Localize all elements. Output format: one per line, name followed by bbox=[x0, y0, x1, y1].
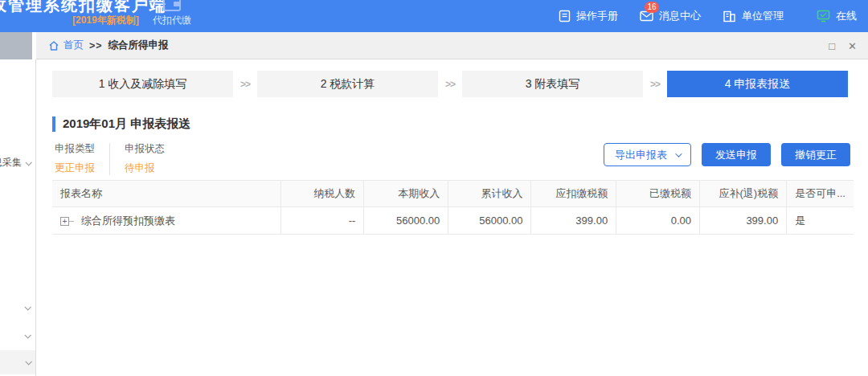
step-wizard: 1 收入及减除填写 >> 2 税款计算 >> 3 附表填写 >> 4 申报表报送 bbox=[52, 71, 848, 97]
sidebar-collapse-block[interactable] bbox=[0, 32, 32, 59]
col-withholding-tax: 应扣缴税额 bbox=[531, 181, 616, 207]
field-declaration-status: 申报状态 待申报 bbox=[125, 142, 165, 175]
col-refund-tax: 应补(退)税额 bbox=[700, 181, 787, 207]
sidebar-item-collect[interactable]: 息采集 bbox=[0, 156, 36, 170]
cell-total-income: 56000.00 bbox=[448, 207, 531, 235]
col-total-income: 累计收入 bbox=[448, 181, 531, 207]
action-buttons: 导出申报表 发送申报 撤销更正 bbox=[604, 143, 850, 166]
module-label: 代扣代缴 bbox=[147, 14, 197, 27]
chevron-down-icon[interactable] bbox=[24, 332, 31, 338]
sidebar-item-collect-label: 息采集 bbox=[0, 156, 22, 170]
message-badge: 16 bbox=[645, 2, 659, 13]
chevron-down-icon bbox=[25, 159, 31, 166]
table-header-row: 报表名称 纳税人数 本期收入 累计收入 应扣缴税额 已缴税额 应补(退)税额 是… bbox=[52, 181, 854, 207]
expand-icon[interactable] bbox=[60, 217, 74, 226]
declaration-fields: 申报类型 更正申报 申报状态 待申报 bbox=[55, 142, 165, 175]
close-button[interactable]: ✕ bbox=[848, 41, 857, 51]
online-monitor-icon bbox=[817, 10, 830, 22]
col-report-name: 报表名称 bbox=[52, 181, 281, 207]
report-table: 报表名称 纳税人数 本期收入 累计收入 应扣缴税额 已缴税额 应补(退)税额 是… bbox=[52, 180, 854, 235]
step-separator: >> bbox=[233, 79, 257, 90]
building-icon bbox=[723, 10, 736, 22]
breadcrumb-home[interactable]: 首页 bbox=[48, 39, 84, 52]
step-separator: >> bbox=[643, 79, 667, 90]
cell-current-income: 56000.00 bbox=[364, 207, 448, 235]
step-2-tax-calc[interactable]: 2 税款计算 bbox=[257, 71, 438, 97]
sidebar-item-active-group[interactable] bbox=[0, 350, 36, 374]
online-status[interactable]: 在线 bbox=[817, 9, 857, 23]
export-report-button[interactable]: 导出申报表 bbox=[604, 143, 691, 166]
message-center-link[interactable]: 16 消息中心 bbox=[640, 9, 701, 23]
step-separator: >> bbox=[438, 79, 462, 90]
window-controls: □ ✕ bbox=[829, 32, 857, 59]
report-name-text: 综合所得预扣预缴表 bbox=[81, 215, 175, 227]
col-paid-tax: 已缴税额 bbox=[616, 181, 700, 207]
org-management-label: 单位管理 bbox=[742, 9, 784, 23]
send-declaration-button[interactable]: 发送申报 bbox=[702, 143, 771, 166]
table-row[interactable]: 综合所得预扣预缴表 -- 56000.00 56000.00 399.00 0.… bbox=[52, 207, 854, 235]
cell-refund-tax: 399.00 bbox=[700, 207, 787, 235]
breadcrumb-home-label: 首页 bbox=[63, 39, 84, 52]
field-declaration-type-value: 更正申报 bbox=[55, 161, 95, 175]
manual-link[interactable]: 操作手册 bbox=[559, 9, 618, 23]
module-withholding[interactable]: 代扣代缴 bbox=[147, 0, 197, 32]
org-management-link[interactable]: 单位管理 bbox=[723, 9, 784, 23]
manual-icon bbox=[559, 10, 571, 22]
app-header: 收管理系统扣缴客户端 [2019年新税制] 代扣代缴 操作手册 16 消息中心 bbox=[0, 0, 868, 32]
sidebar: 息采集 询 询 bbox=[0, 59, 36, 376]
cell-paid-tax: 0.00 bbox=[616, 207, 700, 235]
chevron-down-icon[interactable] bbox=[24, 304, 31, 310]
field-declaration-type-label: 申报类型 bbox=[55, 142, 95, 156]
export-report-label: 导出申报表 bbox=[615, 148, 667, 162]
chevron-down-icon bbox=[25, 358, 31, 365]
main-panel: 1 收入及减除填写 >> 2 税款计算 >> 3 附表填写 >> 4 申报表报送… bbox=[36, 59, 868, 376]
cell-deliverable: 是 bbox=[787, 207, 854, 235]
cell-report-name: 综合所得预扣预缴表 bbox=[52, 207, 281, 235]
online-status-label: 在线 bbox=[836, 9, 857, 23]
field-declaration-status-value: 待申报 bbox=[125, 161, 165, 175]
section-title: 2019年01月 申报表报送 bbox=[52, 116, 190, 132]
col-deliverable: 是否可申... bbox=[787, 181, 854, 207]
header-links: 操作手册 16 消息中心 单位管理 在线 bbox=[559, 0, 857, 32]
col-taxpayer-count: 纳税人数 bbox=[281, 181, 364, 207]
revoke-correction-button[interactable]: 撤销更正 bbox=[781, 143, 850, 166]
cell-taxpayer-count: -- bbox=[281, 207, 364, 235]
maximize-button[interactable]: □ bbox=[829, 41, 835, 51]
breadcrumb-current: 综合所得申报 bbox=[108, 39, 169, 52]
cell-withholding-tax: 399.00 bbox=[531, 207, 616, 235]
home-icon bbox=[48, 40, 59, 51]
manual-link-label: 操作手册 bbox=[576, 9, 618, 23]
chevron-down-icon bbox=[675, 150, 682, 157]
tax-scheme-label: [2019年新税制] bbox=[72, 14, 139, 27]
breadcrumb: 首页 >> 综合所得申报 □ ✕ bbox=[36, 32, 868, 59]
step-3-attached[interactable]: 3 附表填写 bbox=[462, 71, 643, 97]
field-declaration-type: 申报类型 更正申报 bbox=[55, 142, 95, 175]
field-declaration-status-label: 申报状态 bbox=[125, 142, 165, 156]
col-current-income: 本期收入 bbox=[364, 181, 448, 207]
breadcrumb-separator: >> bbox=[89, 40, 103, 51]
step-4-submit[interactable]: 4 申报表报送 bbox=[667, 71, 848, 97]
message-center-label: 消息中心 bbox=[659, 9, 701, 23]
step-1-income[interactable]: 1 收入及减除填写 bbox=[52, 71, 233, 97]
field-divider bbox=[109, 143, 110, 175]
